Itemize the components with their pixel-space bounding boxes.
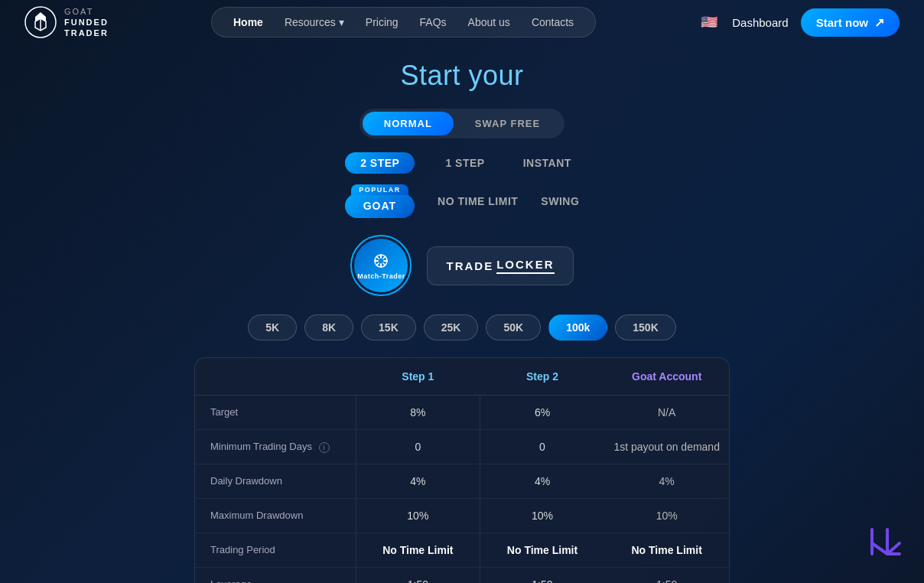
account-type-toggle: NORMAL SWAP FREE bbox=[360, 109, 564, 138]
svg-line-9 bbox=[377, 262, 379, 265]
step-instant[interactable]: INSTANT bbox=[516, 152, 579, 174]
leverage-step1: 1:50 bbox=[356, 568, 480, 583]
main-content: Start your NORMAL SWAP FREE 2 STEP 1 STE… bbox=[0, 44, 924, 583]
svg-line-6 bbox=[377, 256, 379, 259]
size-5k[interactable]: 5K bbox=[248, 314, 297, 340]
max-drawdown-step2: 10% bbox=[480, 499, 605, 533]
label-daily-drawdown: Daily Drawdown bbox=[195, 464, 356, 498]
account-size-selector: 5K 8K 15K 25K 50K 100k 150K bbox=[248, 314, 676, 340]
step-selector: 2 STEP 1 STEP INSTANT bbox=[345, 152, 579, 174]
table-header: Step 1 Step 2 Goat Account bbox=[195, 358, 729, 396]
nav-faqs[interactable]: FAQs bbox=[411, 12, 456, 32]
row-trading-period: Trading Period No Time Limit No Time Lim… bbox=[195, 533, 729, 568]
size-50k[interactable]: 50K bbox=[486, 314, 541, 340]
arrow-icon: ↗ bbox=[874, 15, 884, 30]
chevron-down-icon: ▾ bbox=[339, 16, 344, 28]
account-goat[interactable]: GOAT bbox=[345, 194, 415, 218]
language-flag[interactable]: 🇺🇸 bbox=[698, 11, 720, 33]
toggle-swap-free[interactable]: SWAP FREE bbox=[454, 112, 561, 135]
target-goat: N/A bbox=[604, 396, 729, 429]
daily-drawdown-step1: 4% bbox=[356, 464, 480, 498]
nav-resources[interactable]: Resources ▾ bbox=[275, 12, 353, 32]
platform-match-trader[interactable]: Match-Trader bbox=[350, 235, 412, 296]
max-drawdown-goat: 10% bbox=[604, 499, 729, 533]
label-trading-period: Trading Period bbox=[195, 533, 356, 567]
logo-line2: FUNDED bbox=[64, 17, 109, 28]
size-15k[interactable]: 15K bbox=[361, 314, 416, 340]
target-step1: 8% bbox=[356, 396, 480, 429]
row-daily-drawdown: Daily Drawdown 4% 4% 4% bbox=[195, 464, 729, 499]
nav-contacts[interactable]: Contacts bbox=[522, 12, 583, 32]
comparison-table: Step 1 Step 2 Goat Account Target 8% 6% … bbox=[194, 357, 730, 583]
logo[interactable]: GOAT FUNDED TRADER bbox=[24, 6, 109, 39]
nav-home[interactable]: Home bbox=[224, 12, 272, 32]
svg-line-7 bbox=[383, 262, 386, 265]
platform-tradelocker[interactable]: TRADE LOCKER bbox=[427, 246, 573, 285]
label-max-drawdown: Maximum Drawdown bbox=[195, 499, 356, 533]
target-step2: 6% bbox=[480, 396, 605, 429]
row-target: Target 8% 6% N/A bbox=[195, 396, 729, 430]
platform-selector: Match-Trader TRADE LOCKER bbox=[350, 235, 573, 296]
toggle-normal[interactable]: NORMAL bbox=[363, 112, 454, 135]
min-trading-days-step1: 0 bbox=[356, 430, 480, 464]
size-100k[interactable]: 100k bbox=[548, 314, 607, 340]
label-min-trading-days: Minimum Trading Days i bbox=[195, 430, 356, 464]
page-title: Start your bbox=[400, 60, 523, 92]
leverage-step2: 1:50 bbox=[480, 568, 605, 583]
nav-links: Home Resources ▾ Pricing FAQs About us C… bbox=[211, 7, 596, 37]
row-leverage: Leverage 1:50 1:50 1:50 bbox=[195, 568, 729, 583]
max-drawdown-step1: 10% bbox=[356, 499, 480, 533]
row-min-trading-days: Minimum Trading Days i 0 0 1st payout on… bbox=[195, 430, 729, 464]
row-max-drawdown: Maximum Drawdown 10% 10% 10% bbox=[195, 499, 729, 533]
popular-badge: POPULAR bbox=[351, 184, 408, 195]
min-trading-days-step2: 0 bbox=[480, 430, 605, 464]
navbar: GOAT FUNDED TRADER Home Resources ▾ Pric… bbox=[0, 0, 924, 44]
trading-period-goat: No Time Limit bbox=[604, 533, 729, 567]
size-25k[interactable]: 25K bbox=[424, 314, 479, 340]
logo-line1: GOAT bbox=[64, 6, 109, 17]
match-trader-logo: Match-Trader bbox=[354, 239, 408, 292]
col-header-step1: Step 1 bbox=[356, 358, 480, 396]
label-leverage: Leverage bbox=[195, 568, 356, 583]
size-8k[interactable]: 8K bbox=[304, 314, 353, 340]
dashboard-button[interactable]: Dashboard bbox=[732, 16, 788, 29]
info-icon-trading-days[interactable]: i bbox=[319, 442, 330, 453]
leverage-goat: 1:50 bbox=[604, 568, 729, 583]
bottom-logo bbox=[866, 522, 906, 565]
step-1step[interactable]: 1 STEP bbox=[438, 152, 492, 174]
col-header-goat: Goat Account bbox=[604, 358, 729, 396]
nav-pricing[interactable]: Pricing bbox=[356, 12, 408, 32]
daily-drawdown-goat: 4% bbox=[604, 464, 729, 498]
min-trading-days-goat: 1st payout on demand bbox=[604, 430, 729, 464]
nav-about[interactable]: About us bbox=[459, 12, 519, 32]
col-header-label bbox=[195, 358, 356, 396]
nav-right: 🇺🇸 Dashboard Start now ↗ bbox=[698, 8, 900, 37]
trading-period-step2: No Time Limit bbox=[480, 533, 605, 567]
account-no-time-limit[interactable]: NO TIME LIMIT bbox=[438, 195, 518, 207]
svg-line-8 bbox=[383, 256, 386, 259]
logo-line3: TRADER bbox=[64, 28, 109, 38]
account-selector: POPULAR GOAT NO TIME LIMIT SWING bbox=[345, 184, 580, 218]
size-150k[interactable]: 150K bbox=[615, 314, 675, 340]
trading-period-step1: No Time Limit bbox=[356, 533, 480, 567]
label-target: Target bbox=[195, 396, 356, 429]
goat-btn-wrapper: POPULAR GOAT bbox=[345, 184, 415, 218]
start-now-button[interactable]: Start now ↗ bbox=[801, 8, 900, 37]
col-header-step2: Step 2 bbox=[480, 358, 605, 396]
step-2step[interactable]: 2 STEP bbox=[345, 152, 415, 174]
daily-drawdown-step2: 4% bbox=[480, 464, 605, 498]
account-swing[interactable]: SWING bbox=[541, 195, 579, 207]
